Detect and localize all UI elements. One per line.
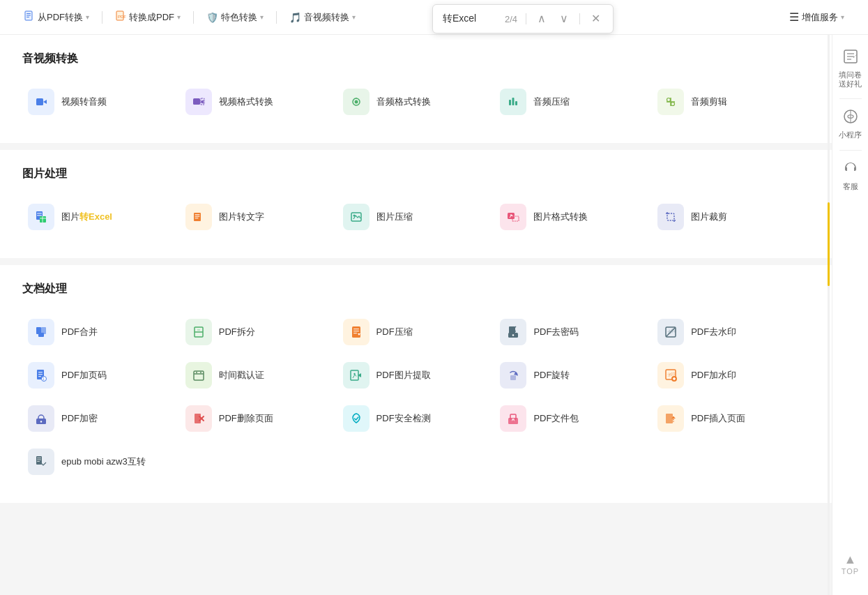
tool-pdf-encrypt[interactable]: PDF加密 — [22, 397, 180, 440]
service-button[interactable]: 客服 — [834, 153, 867, 198]
nav-av[interactable]: 🎵 音视频转换 ▾ — [277, 0, 368, 34]
svg-rect-60 — [352, 326, 360, 338]
search-next-button[interactable]: ∨ — [557, 12, 571, 26]
tool-audio-format[interactable]: 音频格式转换 — [337, 80, 495, 123]
nav-extra-services[interactable]: ☰ 增值服务 ▾ — [777, 10, 857, 24]
miniapp-button[interactable]: 小程序 — [834, 102, 867, 146]
tool-pdf-rotate-label: PDF旋转 — [533, 369, 570, 382]
av-tools-grid: 视频转音频 视频格式转换 音频格式转换 — [22, 80, 809, 123]
nav-av-icon: 🎵 — [289, 12, 301, 23]
miniapp-label: 小程序 — [839, 130, 862, 140]
svg-point-84 — [200, 372, 201, 373]
tool-img-to-text-label: 图片转文字 — [219, 211, 264, 223]
right-bar-divider-2 — [839, 150, 862, 151]
tool-pdf-decrypt[interactable]: PDF去密码 — [494, 310, 652, 354]
tool-pdf-package-label: PDF文件包 — [533, 412, 579, 425]
search-prev-button[interactable]: ∧ — [535, 12, 549, 26]
tool-pdf-security-label: PDF安全检测 — [376, 412, 431, 425]
tool-img-to-text[interactable]: 图片转文字 — [180, 195, 337, 239]
svg-rect-63 — [353, 333, 357, 333]
image-section-title: 图片处理 — [22, 167, 809, 181]
tool-pdf-split[interactable]: PDF拆分 — [180, 310, 337, 354]
tool-pdf-watermark-remove[interactable]: 水印 PDF去水印 — [652, 310, 809, 354]
svg-point-40 — [353, 215, 355, 217]
scroll-track — [828, 35, 830, 595]
tool-img-to-excel[interactable]: 图片转Excel — [22, 195, 180, 239]
tool-video-format-icon — [185, 89, 212, 115]
nav-extra-icon: ☰ — [789, 10, 799, 24]
image-tools-grid: 图片转Excel 图片转文字 图片压缩 — [22, 195, 809, 239]
tool-video-to-audio-icon — [28, 89, 54, 115]
tool-img-compress[interactable]: 图片压缩 — [337, 195, 495, 239]
tool-pdf-encrypt-label: PDF加密 — [61, 412, 98, 425]
tool-audio-clip-label: 音频剪辑 — [691, 96, 727, 108]
tool-img-excel-pre: 图片 — [61, 211, 79, 222]
svg-rect-29 — [37, 215, 42, 216]
av-section-title: 音视频转换 — [22, 52, 809, 66]
tool-audio-clip[interactable]: 音频剪辑 — [652, 80, 809, 123]
svg-rect-30 — [40, 216, 46, 223]
nav-special[interactable]: 🛡️ 特色转换 ▾ — [194, 0, 276, 34]
scroll-thumb[interactable] — [828, 202, 830, 286]
nav-av-label: 音视频转换 — [304, 11, 349, 24]
top-navigation: 从PDF转换 ▾ PDF 转换成PDF ▾ 🛡️ 特色转换 ▾ 🎵 音视频转换 … — [0, 0, 868, 35]
svg-rect-18 — [509, 100, 511, 105]
nav-special-chevron: ▾ — [260, 13, 264, 21]
tool-epub-mobi-label: epub mobi azw3互转 — [61, 455, 146, 468]
tool-video-format[interactable]: 视频格式转换 — [180, 80, 337, 123]
svg-rect-115 — [37, 458, 41, 458]
tool-pdf-package[interactable]: PDF文件包 — [494, 397, 652, 440]
tool-pdf-pagecode[interactable]: 1 PDF加页码 — [22, 354, 180, 397]
svg-rect-45 — [663, 209, 678, 225]
image-section: 图片处理 图片转Excel 图片转文字 — [0, 150, 832, 258]
tool-pdf-rotate[interactable]: PDF旋转 — [494, 354, 652, 397]
tool-img-format[interactable]: 图片格式转换 — [494, 195, 652, 239]
tool-pdf-merge-label: PDF合并 — [61, 326, 98, 338]
tool-pdf-watermark-add[interactable]: 水印 PDF加水印 — [652, 354, 809, 397]
nav-from-pdf[interactable]: 从PDF转换 ▾ — [11, 0, 102, 34]
tool-img-excel-highlight: 转Excel — [79, 211, 112, 222]
svg-rect-116 — [37, 460, 41, 460]
tool-pdf-compress[interactable]: PDF压缩 — [337, 310, 495, 354]
tool-pdf-decrypt-label: PDF去密码 — [533, 326, 579, 338]
tool-pdf-img-extract[interactable]: PDF图片提取 — [337, 354, 495, 397]
tool-audio-compress[interactable]: 音频压缩 — [494, 80, 652, 123]
tool-img-compress-label: 图片压缩 — [376, 211, 413, 223]
tool-img-to-text-icon — [185, 204, 212, 230]
tool-pdf-security[interactable]: PDF安全检测 — [337, 397, 495, 440]
tool-pdf-insert[interactable]: PDF插入页面 — [652, 397, 809, 440]
tool-audio-compress-icon — [500, 89, 526, 115]
tool-audio-format-label: 音频格式转换 — [376, 96, 431, 108]
nav-to-pdf-icon: PDF — [115, 10, 126, 24]
tool-pdf-insert-icon — [657, 405, 684, 432]
right-bar-divider-1 — [839, 98, 862, 99]
tool-img-crop[interactable]: 图片裁剪 — [652, 195, 809, 239]
nav-from-pdf-chevron: ▾ — [86, 13, 89, 21]
nav-to-pdf-chevron: ▾ — [177, 13, 181, 21]
right-sidebar: 填问卷送好礼 小程序 客服 ▲ TOP — [832, 35, 868, 595]
tool-pdf-package-icon — [500, 405, 526, 432]
svg-point-83 — [196, 372, 197, 373]
svg-rect-35 — [195, 214, 199, 215]
nav-to-pdf[interactable]: PDF 转换成PDF ▾ — [102, 0, 193, 34]
search-close-button[interactable]: ✕ — [588, 12, 603, 26]
survey-label: 填问卷送好礼 — [839, 70, 862, 89]
tool-pdf-merge[interactable]: PDF合并 — [22, 310, 180, 354]
doc-section: 文档处理 PDF合并 PDF拆分 — [0, 265, 832, 503]
tool-img-to-excel-icon — [28, 204, 54, 230]
tool-epub-mobi[interactable]: epub mobi azw3互转 — [22, 440, 180, 483]
tool-epub-mobi-icon — [28, 449, 54, 475]
svg-rect-77 — [38, 376, 41, 377]
tool-pdf-img-extract-icon — [343, 362, 370, 389]
scroll-area[interactable]: 音视频转换 视频转音频 视频格式转换 — [0, 35, 832, 595]
svg-point-99 — [40, 421, 42, 422]
svg-rect-28 — [37, 213, 42, 214]
tool-pdf-delete-page[interactable]: PDF删除页面 — [180, 397, 337, 440]
svg-rect-1 — [26, 13, 31, 14]
tool-video-to-audio[interactable]: 视频转音频 — [22, 80, 180, 123]
svg-rect-101 — [195, 414, 201, 423]
search-result-count: 2/4 — [505, 14, 517, 24]
tool-timestamp[interactable]: 时间戳认证 — [180, 354, 337, 397]
top-button[interactable]: ▲ TOP — [839, 547, 862, 581]
survey-button[interactable]: 填问卷送好礼 — [834, 42, 867, 96]
